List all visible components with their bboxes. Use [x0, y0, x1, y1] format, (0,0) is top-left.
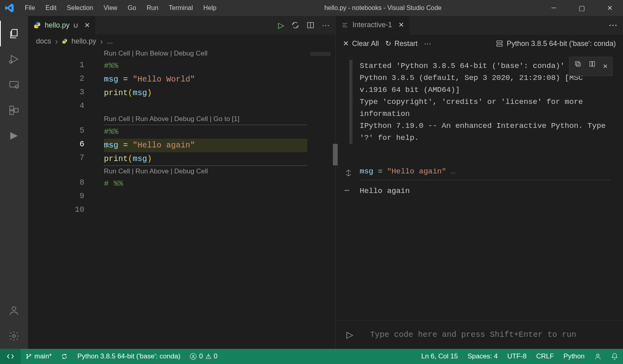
python-file-icon: [62, 38, 68, 44]
cell-toolbar: ✕: [569, 57, 613, 76]
output-text: Hello again: [360, 185, 410, 197]
execute-input-icon[interactable]: ▷: [336, 330, 364, 340]
run-debug-icon[interactable]: [0, 46, 28, 72]
breadcrumb[interactable]: docs › hello.py › ...: [28, 34, 335, 48]
remote-explorer-icon[interactable]: [0, 72, 28, 97]
explorer-icon[interactable]: [0, 21, 28, 46]
language-mode[interactable]: Python: [559, 352, 589, 360]
editor-actions: ▷ ⋯: [278, 20, 335, 30]
svg-rect-3: [10, 106, 14, 110]
menu-run[interactable]: Run: [142, 2, 163, 14]
menu-terminal[interactable]: Terminal: [164, 2, 197, 14]
settings-gear-icon[interactable]: [0, 323, 28, 349]
interactive-input-bar: ▷: [336, 320, 623, 349]
copy-icon[interactable]: [574, 60, 581, 72]
execute-icon[interactable]: [344, 169, 352, 177]
problems-indicator[interactable]: ⓧ0 ⚠0: [185, 352, 222, 361]
menu-view[interactable]: View: [99, 2, 122, 14]
breadcrumb-file[interactable]: hello.py: [72, 37, 96, 46]
goto-code-icon[interactable]: [589, 60, 596, 72]
menu-bar: File Edit Selection View Go Run Terminal…: [20, 2, 221, 14]
close-icon: ✕: [343, 39, 349, 48]
eol[interactable]: CRLF: [531, 352, 559, 360]
svg-point-7: [13, 335, 16, 338]
tab-label: Interactive-1: [352, 21, 392, 29]
interactive-window: Interactive-1 ✕ ⋯ ✕ Clear All ↻ Restart …: [336, 16, 623, 349]
editor-tab-bar: hello.py U ✕ ▷ ⋯: [28, 16, 335, 34]
interactive-toolbar: ✕ Clear All ↻ Restart ⋯ Python 3.8.5 64-…: [336, 34, 623, 53]
accounts-icon[interactable]: [0, 298, 28, 323]
status-bar: main* Python 3.8.5 64-bit ('base': conda…: [0, 349, 623, 364]
remote-indicator[interactable]: [0, 349, 21, 364]
minimize-button[interactable]: ─: [545, 4, 563, 12]
svg-rect-16: [575, 62, 579, 65]
svg-point-0: [9, 61, 12, 64]
svg-point-21: [30, 354, 31, 356]
menu-edit[interactable]: Edit: [41, 2, 62, 14]
extensions-icon[interactable]: [0, 97, 28, 123]
tab-hello-py[interactable]: hello.py U ✕: [28, 16, 96, 34]
restart-button[interactable]: ↻ Restart: [385, 39, 418, 48]
interactive-icon: [341, 22, 348, 29]
restart-icon: ↻: [385, 39, 391, 48]
chevron-right-icon: ›: [100, 37, 103, 46]
notifications-icon[interactable]: [606, 353, 623, 360]
breadcrumb-root[interactable]: docs: [36, 37, 51, 46]
interactive-output[interactable]: ✕ Started 'Python 3.8.5 64-bit ('base': …: [336, 53, 623, 320]
more-actions-icon[interactable]: ⋯: [609, 20, 623, 30]
window-controls: ─ ▢ ✕: [545, 4, 619, 12]
svg-rect-13: [497, 41, 502, 43]
tab-label: hello.py: [45, 21, 70, 30]
more-actions-icon[interactable]: ⋯: [322, 20, 330, 30]
close-tab-icon[interactable]: ✕: [84, 21, 90, 30]
tab-interactive-1[interactable]: Interactive-1 ✕: [336, 16, 410, 34]
line-number-gutter: 1234 567 8910: [28, 48, 94, 217]
git-branch[interactable]: main*: [21, 352, 56, 360]
code-editor[interactable]: Run Cell | Run Below | Debug Cell 1234 5…: [28, 48, 335, 349]
window-title: hello.py - notebooks - Visual Studio Cod…: [221, 4, 545, 12]
breadcrumb-tail[interactable]: ...: [107, 37, 113, 46]
input-cell-code: msg = "Hello again" …: [360, 165, 610, 180]
interactive-input[interactable]: [364, 330, 623, 339]
feedback-icon[interactable]: [589, 353, 606, 360]
output-marker-icon: ⋯: [344, 185, 349, 197]
sync-button[interactable]: [56, 353, 72, 360]
minimap[interactable]: [307, 48, 335, 349]
run-file-icon[interactable]: ▷: [278, 20, 284, 30]
encoding[interactable]: UTF-8: [502, 352, 531, 360]
cursor-position[interactable]: Ln 6, Col 15: [416, 352, 463, 360]
activity-bar: [0, 16, 28, 349]
kernel-picker[interactable]: Python 3.8.5 64-bit ('base': conda): [496, 40, 616, 48]
more-actions-icon[interactable]: ⋯: [424, 39, 431, 48]
tab-modified-indicator: U: [74, 22, 78, 29]
run-cell-icon[interactable]: [291, 21, 299, 29]
maximize-button[interactable]: ▢: [573, 4, 591, 12]
svg-point-22: [597, 354, 599, 356]
menu-help[interactable]: Help: [199, 2, 221, 14]
close-window-button[interactable]: ✕: [601, 4, 619, 12]
svg-point-20: [27, 358, 28, 359]
cell-indicator: [349, 60, 352, 144]
editor-group: hello.py U ✕ ▷ ⋯ docs ›: [28, 16, 336, 349]
jupyter-icon[interactable]: [0, 123, 28, 149]
vscode-logo-icon: [4, 4, 15, 12]
interactive-tab-bar: Interactive-1 ✕ ⋯: [336, 16, 623, 34]
split-editor-icon[interactable]: [307, 21, 314, 29]
svg-rect-18: [593, 62, 595, 66]
svg-rect-15: [577, 63, 580, 66]
python-interpreter[interactable]: Python 3.8.5 64-bit ('base': conda): [72, 352, 185, 360]
svg-rect-1: [10, 82, 18, 87]
server-icon: [496, 40, 504, 48]
menu-selection[interactable]: Selection: [62, 2, 98, 14]
svg-rect-17: [590, 62, 592, 66]
chevron-right-icon: ›: [55, 37, 58, 46]
indentation[interactable]: Spaces: 4: [463, 352, 503, 360]
menu-go[interactable]: Go: [123, 2, 141, 14]
clear-all-button[interactable]: ✕ Clear All: [343, 39, 379, 48]
svg-rect-14: [497, 44, 502, 46]
menu-file[interactable]: File: [20, 2, 40, 14]
delete-cell-icon[interactable]: ✕: [603, 60, 607, 72]
svg-rect-5: [14, 108, 18, 112]
svg-point-6: [12, 307, 16, 310]
close-tab-icon[interactable]: ✕: [398, 21, 404, 29]
